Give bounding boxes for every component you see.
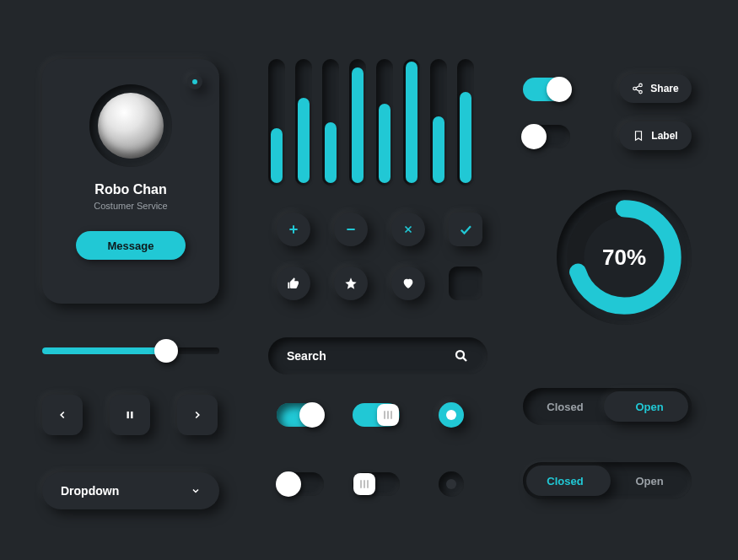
svg-rect-12 xyxy=(131,412,132,418)
share-icon xyxy=(632,83,644,94)
bar-fill xyxy=(352,67,364,183)
svg-point-13 xyxy=(456,351,464,358)
thumbs-up-icon xyxy=(287,277,300,290)
bar-fill xyxy=(406,62,417,183)
dropdown[interactable]: Dropdown xyxy=(42,472,219,509)
chevron-left-icon xyxy=(57,409,68,421)
plus-button[interactable] xyxy=(277,213,310,246)
segmented-open[interactable]: Open xyxy=(607,475,692,487)
message-button[interactable]: Message xyxy=(76,231,186,260)
label-label: Label xyxy=(651,130,677,142)
bookmark-icon xyxy=(633,130,644,142)
bar-chart xyxy=(268,59,474,186)
dropdown-label: Dropdown xyxy=(61,484,119,498)
bar-slot xyxy=(268,59,285,186)
bar-slot xyxy=(295,59,312,186)
slider-knob[interactable] xyxy=(154,339,178,363)
segmented-2[interactable]: Closed Open xyxy=(523,462,692,499)
share-button[interactable]: Share xyxy=(619,74,692,103)
profile-name: Robo Chan xyxy=(94,182,166,197)
star-button[interactable] xyxy=(334,267,368,300)
chevron-down-icon xyxy=(191,486,201,496)
plus-icon xyxy=(287,223,300,236)
search-placeholder: Search xyxy=(287,349,326,363)
progress-ring: 70% xyxy=(557,190,692,325)
profile-role: Costumer Service xyxy=(94,201,167,211)
heart-button[interactable] xyxy=(391,267,425,300)
svg-rect-11 xyxy=(127,412,129,418)
pause-button[interactable] xyxy=(110,395,150,435)
check-icon xyxy=(458,222,473,237)
check-button[interactable] xyxy=(449,213,482,246)
segmented-1[interactable]: Closed Open xyxy=(523,388,692,425)
toggle-knob xyxy=(353,473,375,495)
toggle-3[interactable] xyxy=(277,403,324,427)
toggle-knob xyxy=(276,471,301,497)
avatar xyxy=(98,93,164,159)
radio-off[interactable] xyxy=(439,471,464,497)
bar-fill xyxy=(298,98,310,183)
segmented-closed[interactable]: Closed xyxy=(523,401,607,413)
svg-point-0 xyxy=(639,83,643,87)
close-icon xyxy=(402,223,414,235)
toggle-4[interactable] xyxy=(353,403,400,427)
bar-slot xyxy=(322,59,339,186)
svg-line-3 xyxy=(636,86,639,88)
svg-line-14 xyxy=(463,358,466,361)
bar-slot xyxy=(430,59,447,186)
bar-fill xyxy=(271,128,283,183)
heart-icon xyxy=(401,277,415,290)
bar-fill xyxy=(460,92,471,183)
bar-slot xyxy=(349,59,366,186)
bar-fill xyxy=(325,122,337,183)
slider-fill xyxy=(42,347,166,354)
svg-point-1 xyxy=(633,87,637,90)
minus-icon xyxy=(344,223,358,236)
next-button[interactable] xyxy=(177,395,218,435)
status-dot xyxy=(187,74,202,89)
toggle-knob xyxy=(521,124,547,149)
star-icon xyxy=(344,277,358,290)
toggle-knob xyxy=(299,402,325,428)
bar-fill xyxy=(379,104,391,183)
search-icon xyxy=(454,348,469,363)
chevron-right-icon xyxy=(191,409,203,421)
profile-card: Robo Chan Costumer Service Message xyxy=(42,59,219,304)
toggle-2[interactable] xyxy=(523,125,570,148)
checkbox-empty[interactable] xyxy=(449,267,482,300)
close-button[interactable] xyxy=(391,213,425,246)
bar-slot xyxy=(403,59,420,186)
minus-button[interactable] xyxy=(334,213,368,246)
avatar-ring xyxy=(89,84,172,167)
bar-slot xyxy=(376,59,393,186)
radio-dot xyxy=(446,479,456,489)
bar-fill xyxy=(433,116,444,183)
radio-dot xyxy=(446,410,456,420)
search-input[interactable]: Search xyxy=(268,337,488,374)
like-button[interactable] xyxy=(277,267,310,300)
toggle-knob xyxy=(377,404,399,426)
svg-line-4 xyxy=(636,89,639,91)
slider[interactable] xyxy=(42,347,219,354)
toggle-6[interactable] xyxy=(353,472,400,496)
bar-slot xyxy=(457,59,474,186)
toggle-5[interactable] xyxy=(277,472,324,496)
toggle-1[interactable] xyxy=(523,78,570,101)
toggle-knob xyxy=(547,77,572,102)
svg-point-2 xyxy=(639,90,643,94)
radio-on[interactable] xyxy=(439,402,464,428)
segmented-open[interactable]: Open xyxy=(607,401,692,413)
share-label: Share xyxy=(650,83,678,94)
prev-button[interactable] xyxy=(42,395,83,435)
pause-icon xyxy=(124,409,136,421)
segmented-closed[interactable]: Closed xyxy=(523,475,607,487)
label-button[interactable]: Label xyxy=(619,121,692,150)
